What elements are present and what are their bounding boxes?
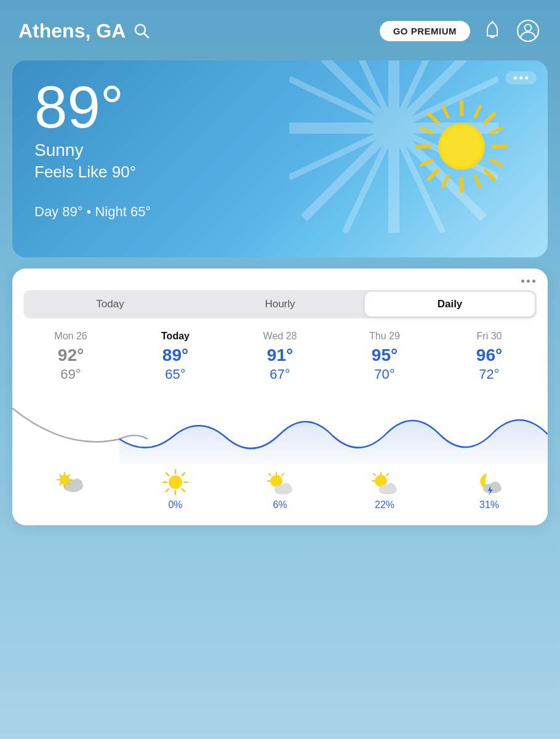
svg-line-41 <box>68 475 70 477</box>
header-left: Athens, GA <box>18 20 151 42</box>
svg-point-33 <box>71 479 82 490</box>
svg-line-28 <box>443 176 448 187</box>
weather-icon-wed28: 6% <box>228 469 332 511</box>
forecast-more-button[interactable] <box>521 280 535 283</box>
day-label-thu29: Thu 29 <box>369 331 400 342</box>
weather-card: 89° Sunny Feels Like 90° Day 89° • Night… <box>12 60 548 257</box>
forecast-card: Today Hourly Daily Mon 26 92° 69° Today … <box>12 269 548 525</box>
day-col-thu29: Thu 29 95° 70° <box>332 331 437 382</box>
svg-line-56 <box>282 474 284 475</box>
weather-card-more-button[interactable] <box>505 71 537 84</box>
svg-line-22 <box>491 160 502 165</box>
weather-icon-today: 0% <box>123 469 228 511</box>
day-high-fri30: 96° <box>476 345 502 365</box>
tab-hourly[interactable]: Hourly <box>195 292 365 317</box>
precip-today: 0% <box>168 499 182 511</box>
search-icon[interactable] <box>132 21 151 41</box>
svg-point-59 <box>281 483 291 493</box>
tab-daily[interactable]: Daily <box>365 292 535 317</box>
sun-icon <box>412 97 511 196</box>
day-col-wed28: Wed 28 91° 67° <box>228 331 332 382</box>
svg-line-25 <box>491 128 502 133</box>
day-low-thu29: 70° <box>374 366 394 382</box>
svg-line-23 <box>443 107 448 117</box>
weather-icon-fri30: 31% <box>437 469 542 511</box>
day-label-mon26: Mon 26 <box>54 331 87 342</box>
weather-icon-mon26 <box>18 469 123 511</box>
svg-line-19 <box>486 114 494 123</box>
svg-line-18 <box>486 171 494 179</box>
weather-icon-thu29: 22% <box>332 469 437 511</box>
svg-line-42 <box>60 483 62 485</box>
svg-line-26 <box>422 160 432 165</box>
day-high-thu29: 95° <box>372 345 398 365</box>
day-high-mon26: 92° <box>58 345 84 365</box>
day-col-mon26: Mon 26 92° 69° <box>18 331 123 382</box>
location-title: Athens, GA <box>18 20 126 42</box>
precip-wed28: 6% <box>273 499 287 511</box>
forecast-tabs: Today Hourly Daily <box>23 290 537 318</box>
day-high-today: 89° <box>162 345 188 365</box>
day-high-wed28: 91° <box>267 345 293 365</box>
temperature-chart <box>12 390 548 464</box>
daily-columns: Mon 26 92° 69° Today 89° 65° Wed 28 91° … <box>12 331 548 382</box>
svg-line-50 <box>182 473 185 475</box>
header-right: GO PREMIUM <box>380 17 542 44</box>
svg-line-17 <box>429 114 438 123</box>
day-col-today: Today 89° 65° <box>123 331 228 382</box>
svg-line-20 <box>429 171 438 179</box>
day-low-today: 65° <box>165 366 185 382</box>
svg-point-67 <box>386 483 396 493</box>
svg-line-39 <box>60 475 62 477</box>
weather-icons-row: 0% 6% <box>12 464 548 511</box>
precip-thu29: 22% <box>375 499 394 511</box>
day-label-wed28: Wed 28 <box>263 331 297 342</box>
svg-point-4 <box>525 25 532 31</box>
day-label-today: Today <box>161 331 190 342</box>
svg-line-21 <box>422 128 432 133</box>
day-low-fri30: 72° <box>479 366 499 382</box>
go-premium-button[interactable]: GO PREMIUM <box>380 21 470 41</box>
svg-line-54 <box>269 474 271 475</box>
bell-icon[interactable] <box>479 17 506 44</box>
profile-icon[interactable] <box>514 17 542 44</box>
day-low-mon26: 69° <box>60 366 81 382</box>
day-col-fri30: Fri 30 96° 72° <box>437 331 542 382</box>
svg-line-48 <box>166 473 169 475</box>
svg-point-30 <box>441 126 482 168</box>
svg-line-27 <box>475 107 480 117</box>
svg-line-62 <box>374 474 375 475</box>
forecast-more-area <box>12 280 548 285</box>
svg-line-64 <box>386 474 388 475</box>
day-label-fri30: Fri 30 <box>477 331 502 342</box>
precip-fri30: 31% <box>479 499 499 511</box>
header: Athens, GA GO PREMIUM <box>0 0 560 55</box>
svg-point-43 <box>169 475 182 489</box>
svg-line-49 <box>182 489 185 491</box>
tab-today[interactable]: Today <box>25 292 195 317</box>
svg-line-51 <box>166 489 169 491</box>
svg-line-1 <box>144 33 148 38</box>
day-night-range: Day 89° • Night 65° <box>34 204 526 220</box>
svg-line-24 <box>475 176 480 187</box>
day-low-wed28: 67° <box>270 366 290 382</box>
